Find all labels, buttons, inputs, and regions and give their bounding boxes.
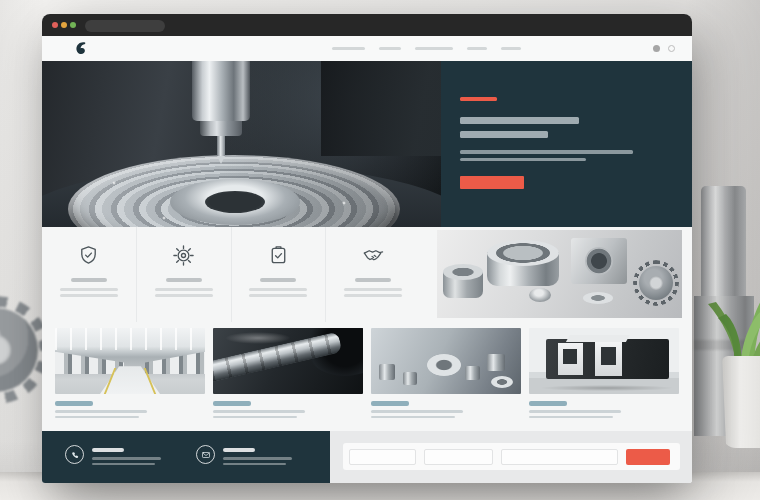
contact-text-line xyxy=(92,463,155,466)
nav-link-4[interactable] xyxy=(467,47,487,50)
component xyxy=(487,354,505,371)
feature-text-line xyxy=(60,288,118,291)
card-text-line xyxy=(213,416,297,419)
accent-bar xyxy=(460,97,497,101)
phone-contact[interactable] xyxy=(65,445,161,465)
spindle-collar xyxy=(200,121,242,136)
gallery-section xyxy=(42,322,692,431)
headline-placeholder-2 xyxy=(460,131,548,138)
machine-row-right xyxy=(145,352,205,374)
card-title-bar xyxy=(213,401,251,406)
contact-text-line xyxy=(92,457,161,460)
cutting-tool xyxy=(217,136,225,156)
contact-text-line xyxy=(223,457,292,460)
email-contact[interactable] xyxy=(196,445,292,465)
gallery-card-components[interactable] xyxy=(371,328,521,418)
nav-links xyxy=(332,47,521,50)
washer-part xyxy=(583,292,613,304)
hero-text-panel xyxy=(441,61,692,227)
card-text-line xyxy=(55,410,147,413)
machine-panel-right xyxy=(595,342,622,376)
sparkle xyxy=(342,201,346,205)
feature-quality xyxy=(42,227,136,322)
browser-tab[interactable] xyxy=(85,20,165,32)
gallery-card-turning[interactable] xyxy=(213,328,363,418)
footer-section xyxy=(42,431,692,483)
nav-link-5[interactable] xyxy=(501,47,521,50)
form-field-2[interactable] xyxy=(424,449,493,465)
contact-label-bar xyxy=(223,448,255,452)
machine-backdrop xyxy=(321,61,441,156)
form-field-1[interactable] xyxy=(349,449,416,465)
feature-title-bar xyxy=(71,278,107,282)
features-section xyxy=(42,227,692,322)
contact-label-bar xyxy=(92,448,124,452)
clipboard-check-icon xyxy=(267,244,290,267)
machined-block xyxy=(571,238,627,284)
machine-panel-left xyxy=(558,343,584,375)
gallery-card-machine[interactable] xyxy=(529,328,679,418)
nav-indicator-dot-outline[interactable] xyxy=(668,45,675,52)
headline-placeholder-1 xyxy=(460,117,579,124)
machine-top-panel xyxy=(566,335,630,342)
handshake-icon xyxy=(362,244,385,267)
feature-text-line xyxy=(60,294,118,297)
feature-columns xyxy=(42,227,420,322)
component xyxy=(379,364,395,380)
card-text-line xyxy=(371,416,455,419)
ceiling-beams xyxy=(55,328,205,350)
email-text-lines xyxy=(223,445,292,465)
browser-window xyxy=(42,14,692,483)
shield-check-icon xyxy=(77,244,100,267)
gallery-cards xyxy=(55,328,679,418)
nav-indicator-dot-filled[interactable] xyxy=(653,45,660,52)
component-ring xyxy=(491,376,513,388)
gallery-card-factory[interactable] xyxy=(55,328,205,418)
disc-bore xyxy=(205,191,265,213)
feature-text-line xyxy=(249,294,307,297)
small-flange-top xyxy=(443,264,483,280)
component xyxy=(403,372,417,385)
sparkle xyxy=(162,216,166,220)
card-text-line xyxy=(529,416,613,419)
zoom-window-button[interactable] xyxy=(70,22,76,28)
footer-form-area xyxy=(330,431,692,483)
brand-logo[interactable] xyxy=(72,40,89,57)
contact-text-line xyxy=(223,463,286,466)
card-text-line xyxy=(529,410,621,413)
nav-link-3[interactable] xyxy=(415,47,453,50)
nav-link-2[interactable] xyxy=(379,47,401,50)
cnc-milling-spindle-photo xyxy=(42,61,441,227)
form-field-3[interactable] xyxy=(501,449,618,465)
sparkle xyxy=(112,181,116,185)
cnc-turning-photo xyxy=(213,328,363,394)
form-submit-button[interactable] xyxy=(626,449,670,465)
paragraph-placeholder-1 xyxy=(460,150,633,154)
footer-contact-panel xyxy=(42,431,330,483)
hero-cta-button[interactable] xyxy=(460,176,524,189)
card-text-line xyxy=(55,416,139,419)
feature-partnership xyxy=(325,227,420,322)
feature-technology xyxy=(136,227,231,322)
feature-title-bar xyxy=(166,278,202,282)
contact-form xyxy=(343,443,680,470)
nav-link-1[interactable] xyxy=(332,47,365,50)
minimize-window-button[interactable] xyxy=(61,22,67,28)
close-window-button[interactable] xyxy=(52,22,58,28)
feature-title-bar xyxy=(355,278,391,282)
factory-floor-photo xyxy=(55,328,205,394)
knob-part xyxy=(529,288,551,302)
site-navbar xyxy=(42,36,692,62)
phone-icon xyxy=(65,445,84,464)
feature-title-bar xyxy=(260,278,296,282)
metal-components-photo xyxy=(371,328,521,394)
floor-shadow xyxy=(541,385,673,392)
feature-text-line xyxy=(155,288,213,291)
browser-title-bar xyxy=(42,14,692,36)
feature-certified xyxy=(231,227,326,322)
card-title-bar xyxy=(371,401,409,406)
cnc-machine-photo xyxy=(529,328,679,394)
gear-part xyxy=(633,260,679,306)
phone-text-lines xyxy=(92,445,161,465)
feature-text-line xyxy=(344,294,402,297)
